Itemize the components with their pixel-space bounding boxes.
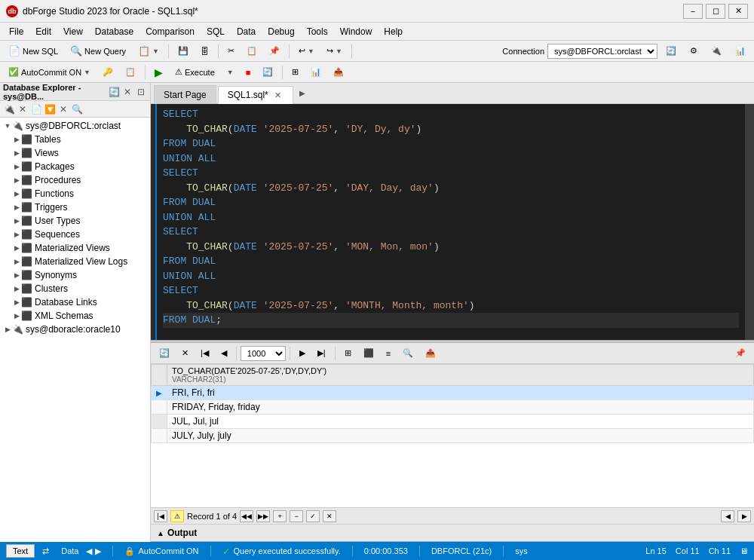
- tree-node-dblinks[interactable]: ▶ ⬛ Database Links: [0, 295, 150, 309]
- tree-node-connection1[interactable]: ▼ 🔌 sys@DBFORCL:orclast: [0, 119, 150, 133]
- run-button[interactable]: ▶: [149, 64, 168, 81]
- copy-button[interactable]: 📋: [241, 43, 262, 60]
- tab-sql-file[interactable]: SQL1.sql* ✕: [218, 86, 293, 104]
- editor-scrollbar[interactable]: [745, 104, 754, 340]
- tree-node-usertypes[interactable]: ▶ ⬛ User Types: [0, 214, 150, 228]
- execute-button[interactable]: ⚠ Execute: [170, 64, 220, 81]
- footer-apply[interactable]: ✓: [306, 510, 320, 522]
- results-nav-last[interactable]: ▶|: [312, 345, 331, 362]
- footer-cancel-edit[interactable]: ✕: [323, 510, 336, 522]
- expand-icon-procedures[interactable]: ▶: [12, 176, 21, 185]
- connection-settings[interactable]: ⚙: [685, 43, 703, 60]
- minimize-button[interactable]: −: [683, 4, 703, 19]
- cut-button[interactable]: ✂: [222, 43, 240, 60]
- footer-nav-first[interactable]: |◀: [154, 510, 167, 522]
- table-view-button[interactable]: 📊: [305, 64, 326, 81]
- connection-extra2[interactable]: 📊: [730, 43, 751, 60]
- tab-nav-right[interactable]: ▶: [295, 83, 310, 103]
- float-panel-icon[interactable]: ⊡: [135, 86, 147, 98]
- menu-tools[interactable]: Tools: [301, 23, 334, 40]
- expand-icon-functions[interactable]: ▶: [12, 189, 21, 198]
- editor-content[interactable]: SELECT TO_CHAR(DATE '2025-07-25', 'DY, D…: [157, 104, 745, 340]
- footer-delete-row[interactable]: −: [290, 510, 303, 522]
- tree-node-connection2[interactable]: ▶ 🔌 sys@dboracle:oracle10: [0, 323, 150, 336]
- footer-nav-prev2[interactable]: ◀◀: [240, 510, 253, 522]
- text-tab-button[interactable]: Text: [6, 544, 35, 558]
- results-table-btn[interactable]: ⬛: [358, 345, 379, 362]
- data-view-button[interactable]: Data: [57, 546, 83, 556]
- results-nav-next[interactable]: ▶: [294, 345, 311, 362]
- stop-button[interactable]: ■: [241, 64, 256, 81]
- redo-button[interactable]: ↪▼: [321, 43, 348, 60]
- data-tab-button[interactable]: ⇄: [38, 546, 54, 557]
- refresh-tree-icon[interactable]: 🔄: [108, 86, 120, 98]
- menu-help[interactable]: Help: [378, 23, 409, 40]
- toolbar2-extra1[interactable]: 🔑: [97, 64, 118, 81]
- tree-node-functions[interactable]: ▶ ⬛ Functions: [0, 187, 150, 200]
- new-sql-button[interactable]: 📄 New SQL: [3, 43, 63, 60]
- disconnect-icon[interactable]: ✕: [17, 103, 29, 115]
- tree-node-views[interactable]: ▶ ⬛ Views: [0, 146, 150, 160]
- close-panel-icon[interactable]: ✕: [121, 86, 133, 98]
- restore-button[interactable]: ◻: [706, 4, 725, 19]
- results-grid-btn[interactable]: ⊞: [339, 345, 357, 362]
- footer-nav-next2[interactable]: ▶▶: [256, 510, 270, 522]
- tree-node-tables[interactable]: ▶ ⬛ Tables: [0, 133, 150, 146]
- menu-database[interactable]: Database: [89, 23, 139, 40]
- save-all-button[interactable]: 🗄: [195, 43, 214, 60]
- data-nav-prev[interactable]: ◀: [86, 546, 92, 556]
- expand-icon-synonyms[interactable]: ▶: [12, 271, 21, 280]
- tree-node-procedures[interactable]: ▶ ⬛ Procedures: [0, 173, 150, 187]
- editor-area[interactable]: SELECT TO_CHAR(DATE '2025-07-25', 'DY, D…: [151, 104, 754, 340]
- panel-pin-btn[interactable]: 📌: [730, 345, 751, 362]
- expand-icon-matviews[interactable]: ▶: [12, 243, 21, 252]
- menu-window[interactable]: Window: [334, 23, 379, 40]
- expand-icon-sequences[interactable]: ▶: [12, 230, 21, 239]
- expand-icon-usertypes[interactable]: ▶: [12, 216, 21, 225]
- expand-icon-matviewlogs[interactable]: ▶: [12, 257, 21, 266]
- expand-icon-xmlschemas[interactable]: ▶: [12, 311, 21, 320]
- tab-start-page[interactable]: Start Page: [154, 85, 216, 103]
- results-refresh-btn[interactable]: 🔄: [154, 345, 175, 362]
- results-nav-prev[interactable]: ◀: [216, 345, 232, 362]
- footer-scroll-left[interactable]: ◀: [721, 510, 734, 522]
- results-search-btn[interactable]: 🔍: [397, 345, 418, 362]
- page-size-select[interactable]: 1000: [241, 346, 286, 361]
- new-object-icon[interactable]: 📄: [30, 103, 42, 115]
- data-nav-next[interactable]: ▶: [95, 546, 101, 556]
- toolbar2-extra2[interactable]: 📋: [120, 64, 141, 81]
- tree-node-matviews[interactable]: ▶ ⬛ Materialized Views: [0, 241, 150, 255]
- tree-node-sequences[interactable]: ▶ ⬛ Sequences: [0, 228, 150, 241]
- footer-add-row[interactable]: +: [273, 510, 287, 522]
- result-row-3[interactable]: JUL, Jul, jul: [152, 415, 754, 429]
- tree-node-packages[interactable]: ▶ ⬛ Packages: [0, 160, 150, 173]
- footer-scroll-right[interactable]: ▶: [737, 510, 751, 522]
- tree-node-clusters[interactable]: ▶ ⬛ Clusters: [0, 282, 150, 295]
- tree-node-synonyms[interactable]: ▶ ⬛ Synonyms: [0, 268, 150, 282]
- save-button[interactable]: 💾: [173, 43, 194, 60]
- connection-refresh[interactable]: 🔄: [661, 43, 682, 60]
- tab-close-icon[interactable]: ✕: [273, 90, 284, 100]
- expand-icon-dblinks[interactable]: ▶: [12, 298, 21, 307]
- menu-comparison[interactable]: Comparison: [139, 23, 201, 40]
- result-row-1[interactable]: ▶ FRI, Fri, fri: [152, 386, 754, 400]
- connection-select[interactable]: sys@DBFORCL:orclast: [547, 44, 657, 59]
- col-header-1[interactable]: TO_CHAR(DATE'2025-07-25','DY,DY,DY') VAR…: [167, 365, 754, 386]
- close-button[interactable]: ✕: [728, 4, 748, 19]
- menu-file[interactable]: File: [3, 23, 29, 40]
- paste-button[interactable]: 📌: [264, 43, 285, 60]
- expand-icon-triggers[interactable]: ▶: [12, 203, 21, 212]
- menu-data[interactable]: Data: [231, 23, 262, 40]
- result-row-2[interactable]: FRIDAY, Friday, friday: [152, 400, 754, 415]
- add-connection-icon[interactable]: 🔌: [3, 103, 15, 115]
- expand-icon-views[interactable]: ▶: [12, 148, 21, 158]
- new-query-button[interactable]: 🔍 New Query: [65, 43, 131, 60]
- results-nav-first[interactable]: |◀: [195, 345, 214, 362]
- expand-icon-packages[interactable]: ▶: [12, 162, 21, 171]
- export-button[interactable]: 📤: [328, 64, 349, 81]
- result-row-4[interactable]: JULY, July, july: [152, 429, 754, 443]
- undo-button[interactable]: ↩▼: [293, 43, 320, 60]
- menu-sql[interactable]: SQL: [201, 23, 231, 40]
- menu-view[interactable]: View: [57, 23, 89, 40]
- search-tree-icon[interactable]: 🔍: [71, 103, 83, 115]
